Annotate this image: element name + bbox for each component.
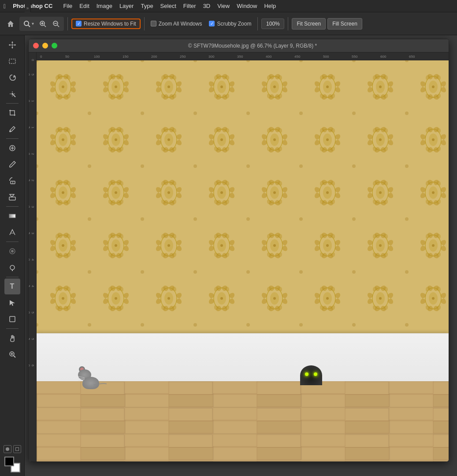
canvas-content: 0 50 100 150 200 250 300 350 400 450 500…: [29, 52, 449, 461]
heal-tool[interactable]: [4, 140, 20, 156]
ruler-y-mark-0: 0: [31, 59, 35, 61]
menu-image[interactable]: Image: [93, 2, 116, 10]
canvas-viewport[interactable]: [37, 60, 449, 461]
zoom-all-windows-checkbox[interactable]: [151, 21, 156, 26]
ruler-y-mark-550: 550: [29, 338, 35, 340]
tool-sep-6: [6, 328, 19, 329]
magnifier-icon: [23, 20, 31, 28]
menu-help[interactable]: Help: [260, 2, 279, 10]
close-button[interactable]: [33, 43, 39, 48]
app-name: Photoshop CC: [13, 3, 52, 9]
resize-windows-label: Resize Windows to Fit: [84, 21, 136, 27]
menu-view[interactable]: View: [214, 2, 233, 10]
menu-layer[interactable]: Layer: [116, 2, 137, 10]
blur-tool[interactable]: [4, 243, 20, 259]
svg-rect-25: [9, 197, 15, 200]
menu-type[interactable]: Type: [137, 2, 156, 10]
ruler-x: 0 50 100 150 200 250 300 350 400 450 500…: [37, 52, 449, 60]
menu-filter[interactable]: Filter: [180, 2, 200, 10]
zoom-percent-input[interactable]: [261, 19, 284, 29]
document-titlebar: © SFTW79Mousehole.jpg @ 66.7% (Layer 9, …: [29, 39, 449, 52]
dodge-tool[interactable]: [4, 260, 20, 275]
maximize-button[interactable]: [52, 43, 57, 48]
canvas-image: [37, 60, 449, 461]
foreground-background-colors[interactable]: [4, 457, 20, 472]
ruler-y-mark-50: 50: [29, 74, 35, 75]
ruler-y-mark-300: 300: [29, 206, 35, 208]
ruler-x-mark-150: 150: [123, 55, 128, 59]
fit-screen-button[interactable]: Fit Screen: [292, 18, 326, 30]
magic-wand-tool[interactable]: [4, 86, 20, 102]
zoom-percent-group: [261, 19, 284, 29]
zoom-tool-dropdown[interactable]: ▾: [21, 19, 36, 29]
foreground-color-swatch[interactable]: [4, 457, 14, 466]
text-tool[interactable]: T: [4, 279, 20, 294]
separator-1: [67, 17, 68, 30]
home-button[interactable]: [4, 17, 18, 31]
separator-2: [144, 17, 145, 30]
ruler-x-mark-550: 550: [352, 55, 357, 59]
move-tool[interactable]: [4, 37, 20, 53]
svg-rect-43: [37, 60, 449, 333]
mouse-creature: [78, 361, 107, 389]
direct-select-tool[interactable]: [4, 295, 20, 311]
ruler-x-mark-300: 300: [208, 55, 214, 59]
clone-stamp-tool[interactable]: [4, 173, 20, 189]
menu-3d[interactable]: 3D: [200, 2, 214, 10]
ruler-x-mark-600: 600: [380, 55, 386, 59]
hand-tool[interactable]: [4, 330, 20, 346]
apple-logo-icon[interactable]: : [4, 3, 6, 10]
ruler-x-mark-100: 100: [94, 55, 100, 59]
svg-point-18: [11, 93, 13, 95]
brush-tool[interactable]: [4, 156, 20, 172]
quick-mask-button[interactable]: [4, 445, 11, 453]
zoom-tool-group: ▾: [19, 17, 64, 31]
tools-panel: »: [0, 35, 25, 476]
svg-point-19: [9, 130, 11, 132]
zoom-out-button[interactable]: [50, 18, 62, 30]
pen-tool[interactable]: [4, 224, 20, 240]
gradient-tool[interactable]: [4, 208, 20, 224]
minimize-button[interactable]: [42, 43, 48, 48]
svg-marker-0: [7, 21, 14, 27]
shape-tool[interactable]: [4, 311, 20, 327]
tool-sep-3: [6, 206, 19, 207]
zoom-in-button[interactable]: [37, 18, 49, 30]
svg-line-33: [14, 356, 15, 357]
ruler-y-mark-100: 100: [29, 100, 35, 102]
marquee-tool[interactable]: [4, 53, 20, 69]
zoom-in-icon: [39, 20, 47, 28]
tool-sep-1: [6, 103, 19, 104]
screen-mode-button[interactable]: [13, 445, 21, 453]
tool-sep-4: [6, 242, 19, 242]
ruler-y-mark-450: 450: [29, 285, 35, 287]
svg-rect-49: [37, 381, 449, 461]
tool-sep-2: [6, 138, 19, 139]
menu-edit[interactable]: Edit: [76, 2, 93, 10]
fill-screen-button[interactable]: Fill Screen: [327, 18, 362, 30]
scrubby-zoom-checkbox[interactable]: ✓: [209, 21, 215, 26]
menu-window[interactable]: Window: [233, 2, 260, 10]
canvas-with-ruler-x: 0 50 100 150 200 250 300 350 400 450 500…: [37, 52, 449, 461]
ruler-x-mark-0: 0: [40, 55, 42, 59]
toolbar: ▾ ✓ Resize Windows to Fit Zoom All Wind: [0, 12, 457, 35]
eyedropper-tool[interactable]: [4, 121, 20, 137]
menu-select[interactable]: Select: [157, 2, 180, 10]
ruler-x-mark-400: 400: [266, 55, 271, 59]
zoom-tool[interactable]: [4, 346, 20, 362]
resize-windows-group: ✓ Resize Windows to Fit: [71, 19, 141, 29]
svg-point-1: [24, 21, 29, 26]
ruler-y-mark-350: 350: [29, 232, 35, 234]
resize-windows-checkbox[interactable]: ✓: [76, 21, 82, 26]
ruler-x-mark-250: 250: [180, 55, 186, 59]
menu-file[interactable]: File: [59, 2, 76, 10]
zoom-all-windows-label: Zoom All Windows: [159, 21, 202, 27]
crop-tool[interactable]: [4, 105, 20, 121]
mouse-whiskers: [78, 374, 100, 383]
lasso-tool[interactable]: [4, 70, 20, 86]
wallpaper-bg: [37, 60, 449, 333]
zoom-all-windows-group: Zoom All Windows: [148, 19, 205, 28]
zoom-out-icon: [52, 20, 60, 28]
cat-eyes: [305, 372, 317, 376]
eraser-tool[interactable]: [4, 189, 20, 205]
